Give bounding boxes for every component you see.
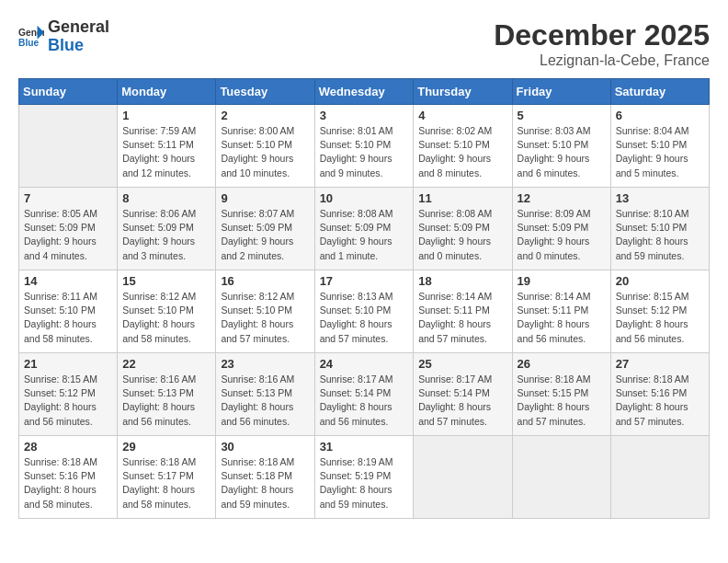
calendar-cell: 2Sunrise: 8:00 AMSunset: 5:10 PMDaylight… — [216, 105, 314, 188]
calendar-cell: 18Sunrise: 8:14 AMSunset: 5:11 PMDayligh… — [414, 270, 512, 353]
day-info: Sunrise: 8:17 AMSunset: 5:14 PMDaylight:… — [320, 373, 409, 429]
column-header-tuesday: Tuesday — [216, 79, 314, 105]
calendar-cell: 25Sunrise: 8:17 AMSunset: 5:14 PMDayligh… — [414, 353, 512, 436]
week-row-1: 1Sunrise: 7:59 AMSunset: 5:11 PMDaylight… — [19, 105, 710, 188]
calendar-cell: 13Sunrise: 8:10 AMSunset: 5:10 PMDayligh… — [610, 188, 709, 270]
calendar-cell: 21Sunrise: 8:15 AMSunset: 5:12 PMDayligh… — [19, 353, 118, 436]
day-info: Sunrise: 8:16 AMSunset: 5:13 PMDaylight:… — [221, 373, 309, 429]
calendar-cell — [414, 436, 512, 519]
day-info: Sunrise: 8:15 AMSunset: 5:12 PMDaylight:… — [616, 290, 704, 346]
day-info: Sunrise: 8:00 AMSunset: 5:10 PMDaylight:… — [221, 124, 309, 180]
day-number: 1 — [122, 109, 210, 122]
logo-text-blue: Blue — [48, 37, 109, 55]
calendar-cell: 14Sunrise: 8:11 AMSunset: 5:10 PMDayligh… — [19, 270, 118, 353]
calendar-cell: 26Sunrise: 8:18 AMSunset: 5:15 PMDayligh… — [512, 353, 610, 436]
day-info: Sunrise: 8:18 AMSunset: 5:16 PMDaylight:… — [616, 373, 704, 429]
day-number: 26 — [518, 357, 606, 371]
location-title: Lezignan-la-Cebe, France — [494, 52, 710, 69]
day-info: Sunrise: 7:59 AMSunset: 5:11 PMDaylight:… — [122, 124, 210, 180]
day-info: Sunrise: 8:12 AMSunset: 5:10 PMDaylight:… — [122, 290, 210, 346]
calendar-cell — [19, 105, 118, 188]
week-row-3: 14Sunrise: 8:11 AMSunset: 5:10 PMDayligh… — [19, 270, 710, 353]
calendar-cell: 3Sunrise: 8:01 AMSunset: 5:10 PMDaylight… — [314, 105, 414, 188]
calendar-cell: 27Sunrise: 8:18 AMSunset: 5:16 PMDayligh… — [610, 353, 709, 436]
column-header-thursday: Thursday — [414, 79, 512, 105]
calendar-cell: 24Sunrise: 8:17 AMSunset: 5:14 PMDayligh… — [314, 353, 414, 436]
day-number: 14 — [24, 274, 112, 288]
calendar-cell: 23Sunrise: 8:16 AMSunset: 5:13 PMDayligh… — [216, 353, 314, 436]
calendar-cell — [610, 436, 709, 519]
week-row-5: 28Sunrise: 8:18 AMSunset: 5:16 PMDayligh… — [19, 436, 710, 519]
calendar-cell: 11Sunrise: 8:08 AMSunset: 5:09 PMDayligh… — [414, 188, 512, 270]
day-number: 12 — [518, 191, 606, 205]
day-info: Sunrise: 8:19 AMSunset: 5:19 PMDaylight:… — [320, 455, 409, 511]
column-header-wednesday: Wednesday — [314, 79, 414, 105]
day-number: 22 — [122, 357, 210, 371]
calendar-cell: 7Sunrise: 8:05 AMSunset: 5:09 PMDaylight… — [19, 188, 118, 270]
calendar-cell: 10Sunrise: 8:08 AMSunset: 5:09 PMDayligh… — [314, 188, 414, 270]
calendar-cell: 29Sunrise: 8:18 AMSunset: 5:17 PMDayligh… — [118, 436, 216, 519]
day-info: Sunrise: 8:05 AMSunset: 5:09 PMDaylight:… — [24, 207, 112, 263]
column-header-saturday: Saturday — [610, 79, 709, 105]
day-info: Sunrise: 8:02 AMSunset: 5:10 PMDaylight:… — [418, 124, 506, 180]
calendar-cell: 19Sunrise: 8:14 AMSunset: 5:11 PMDayligh… — [512, 270, 610, 353]
day-info: Sunrise: 8:14 AMSunset: 5:11 PMDaylight:… — [418, 290, 506, 346]
day-number: 28 — [24, 440, 112, 454]
day-number: 3 — [320, 109, 409, 122]
logo-text-general: General — [48, 18, 109, 37]
week-row-4: 21Sunrise: 8:15 AMSunset: 5:12 PMDayligh… — [19, 353, 710, 436]
day-info: Sunrise: 8:10 AMSunset: 5:10 PMDaylight:… — [616, 207, 704, 263]
calendar-cell: 8Sunrise: 8:06 AMSunset: 5:09 PMDaylight… — [118, 188, 216, 270]
day-info: Sunrise: 8:01 AMSunset: 5:10 PMDaylight:… — [320, 124, 409, 180]
calendar-table: SundayMondayTuesdayWednesdayThursdayFrid… — [18, 78, 710, 519]
day-number: 19 — [518, 274, 606, 288]
calendar-cell: 15Sunrise: 8:12 AMSunset: 5:10 PMDayligh… — [118, 270, 216, 353]
day-info: Sunrise: 8:08 AMSunset: 5:09 PMDaylight:… — [320, 207, 409, 263]
day-number: 17 — [320, 274, 409, 288]
day-info: Sunrise: 8:15 AMSunset: 5:12 PMDaylight:… — [24, 373, 112, 429]
day-number: 16 — [221, 274, 309, 288]
day-info: Sunrise: 8:18 AMSunset: 5:18 PMDaylight:… — [221, 455, 309, 511]
day-number: 2 — [221, 109, 309, 122]
day-info: Sunrise: 8:08 AMSunset: 5:09 PMDaylight:… — [418, 207, 506, 263]
day-number: 4 — [418, 109, 506, 122]
logo-icon: General Blue — [18, 24, 44, 50]
day-number: 10 — [320, 191, 409, 205]
column-header-monday: Monday — [118, 79, 216, 105]
day-info: Sunrise: 8:13 AMSunset: 5:10 PMDaylight:… — [320, 290, 409, 346]
day-info: Sunrise: 8:07 AMSunset: 5:09 PMDaylight:… — [221, 207, 309, 263]
logo: General Blue General Blue — [18, 18, 109, 55]
day-info: Sunrise: 8:18 AMSunset: 5:15 PMDaylight:… — [518, 373, 606, 429]
calendar-cell: 28Sunrise: 8:18 AMSunset: 5:16 PMDayligh… — [19, 436, 118, 519]
calendar-cell: 5Sunrise: 8:03 AMSunset: 5:10 PMDaylight… — [512, 105, 610, 188]
calendar-cell: 12Sunrise: 8:09 AMSunset: 5:09 PMDayligh… — [512, 188, 610, 270]
day-number: 31 — [320, 440, 409, 454]
calendar-cell: 22Sunrise: 8:16 AMSunset: 5:13 PMDayligh… — [118, 353, 216, 436]
calendar-cell: 4Sunrise: 8:02 AMSunset: 5:10 PMDaylight… — [414, 105, 512, 188]
day-number: 23 — [221, 357, 309, 371]
day-info: Sunrise: 8:18 AMSunset: 5:16 PMDaylight:… — [24, 455, 112, 511]
day-info: Sunrise: 8:12 AMSunset: 5:10 PMDaylight:… — [221, 290, 309, 346]
day-info: Sunrise: 8:06 AMSunset: 5:09 PMDaylight:… — [122, 207, 210, 263]
calendar-cell: 17Sunrise: 8:13 AMSunset: 5:10 PMDayligh… — [314, 270, 414, 353]
day-number: 9 — [221, 191, 309, 205]
calendar-cell: 30Sunrise: 8:18 AMSunset: 5:18 PMDayligh… — [216, 436, 314, 519]
calendar-cell: 16Sunrise: 8:12 AMSunset: 5:10 PMDayligh… — [216, 270, 314, 353]
day-info: Sunrise: 8:16 AMSunset: 5:13 PMDaylight:… — [122, 373, 210, 429]
title-block: December 2025 Lezignan-la-Cebe, France — [494, 18, 710, 69]
day-info: Sunrise: 8:14 AMSunset: 5:11 PMDaylight:… — [518, 290, 606, 346]
calendar-cell: 20Sunrise: 8:15 AMSunset: 5:12 PMDayligh… — [610, 270, 709, 353]
calendar-cell: 6Sunrise: 8:04 AMSunset: 5:10 PMDaylight… — [610, 105, 709, 188]
day-number: 7 — [24, 191, 112, 205]
week-row-2: 7Sunrise: 8:05 AMSunset: 5:09 PMDaylight… — [19, 188, 710, 270]
month-title: December 2025 — [494, 18, 710, 52]
day-number: 20 — [616, 274, 704, 288]
day-info: Sunrise: 8:18 AMSunset: 5:17 PMDaylight:… — [122, 455, 210, 511]
day-number: 5 — [518, 109, 606, 122]
day-number: 18 — [418, 274, 506, 288]
day-info: Sunrise: 8:11 AMSunset: 5:10 PMDaylight:… — [24, 290, 112, 346]
day-number: 15 — [122, 274, 210, 288]
calendar-cell: 31Sunrise: 8:19 AMSunset: 5:19 PMDayligh… — [314, 436, 414, 519]
day-number: 13 — [616, 191, 704, 205]
calendar-cell: 1Sunrise: 7:59 AMSunset: 5:11 PMDaylight… — [118, 105, 216, 188]
